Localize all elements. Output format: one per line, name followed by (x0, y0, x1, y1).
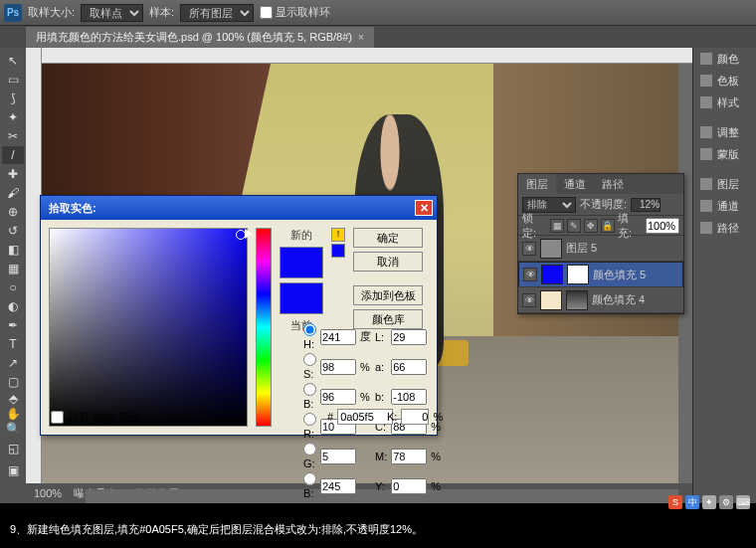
websafe-warning-icon[interactable] (331, 244, 345, 258)
mask-thumb (567, 265, 589, 284)
visibility-icon[interactable]: 👁 (522, 293, 536, 307)
panel-layers[interactable]: 图层 (693, 173, 756, 195)
tray: S 中 ✦ ⚙ ⌨ (668, 494, 750, 510)
lock-pos-icon[interactable]: ✥ (584, 219, 598, 233)
tray-icon[interactable]: S (668, 495, 682, 509)
g-radio[interactable]: G: (303, 443, 316, 469)
bb-input[interactable] (320, 478, 356, 494)
type-tool-icon[interactable]: T (2, 335, 24, 353)
bb-radio[interactable]: B: (303, 472, 316, 499)
panel-swatches[interactable]: 色板 (693, 70, 756, 91)
shape-tool-icon[interactable]: ▢ (2, 373, 24, 391)
tab-paths[interactable]: 路径 (594, 174, 632, 194)
a-input[interactable] (391, 359, 427, 375)
hue-slider[interactable] (256, 228, 272, 427)
move-tool-icon[interactable]: ↖ (2, 52, 24, 70)
hex-label: # (327, 411, 333, 423)
close-icon[interactable]: × (358, 32, 364, 43)
lock-all-icon[interactable]: 🔒 (601, 219, 615, 233)
crop-tool-icon[interactable]: ✂ (2, 127, 24, 145)
m-input[interactable] (391, 449, 427, 464)
h-input[interactable] (320, 329, 356, 345)
tray-icon[interactable]: 中 (685, 495, 699, 509)
lock-trans-icon[interactable]: ▦ (550, 219, 564, 233)
document-tabs: 用填充颜色的方法给美女调色.psd @ 100% (颜色填充 5, RGB/8#… (0, 26, 756, 48)
gamut-warning-icon[interactable]: ! (331, 228, 345, 242)
panel-adjust[interactable]: 调整 (693, 121, 756, 143)
s-input[interactable] (320, 359, 356, 375)
saturation-value-field[interactable] (49, 228, 248, 427)
hex-input[interactable] (337, 409, 393, 425)
marquee-tool-icon[interactable]: ▭ (2, 71, 24, 89)
lab-b-input[interactable] (391, 389, 427, 405)
layer-row[interactable]: 👁 颜色填充 4 (518, 287, 683, 313)
l-input[interactable] (391, 329, 427, 345)
tab-channels[interactable]: 通道 (556, 174, 594, 194)
h-radio[interactable]: H: (303, 323, 316, 350)
zoom-level[interactable]: 100% (34, 487, 62, 499)
caption-text: 9、新建纯色填充图层,填充#0A05F5,确定后把图层混合模式改为:排除,不透明… (10, 522, 423, 537)
gradient-tool-icon[interactable]: ▦ (2, 260, 24, 277)
layer-row[interactable]: 👁 图层 5 (518, 236, 683, 262)
stamp-tool-icon[interactable]: ⊕ (2, 203, 24, 221)
history-brush-icon[interactable]: ↺ (2, 222, 24, 240)
sample-size-label: 取样大小: (28, 5, 75, 20)
ok-button[interactable]: 确定 (353, 228, 423, 248)
b-input[interactable] (320, 389, 356, 405)
show-ring-checkbox[interactable]: 显示取样环 (260, 5, 330, 20)
add-swatch-button[interactable]: 添加到色板 (353, 285, 423, 305)
panel-paths[interactable]: 路径 (693, 217, 756, 239)
panel-mask[interactable]: 蒙版 (693, 143, 756, 165)
s-radio[interactable]: S: (303, 353, 316, 380)
tutorial-caption: 9、新建纯色填充图层,填充#0A05F5,确定后把图层混合模式改为:排除,不透明… (0, 510, 756, 548)
panel-styles[interactable]: 样式 (693, 91, 756, 113)
eyedropper-tool-icon[interactable]: Ps (4, 4, 22, 22)
tray-icon[interactable]: ⌨ (736, 495, 750, 509)
r-radio[interactable]: R: (303, 413, 316, 440)
lasso-tool-icon[interactable]: ⟆ (2, 90, 24, 107)
channels-icon (699, 199, 713, 213)
path-tool-icon[interactable]: ↗ (2, 354, 24, 372)
a-label: a: (375, 361, 387, 373)
tray-icon[interactable]: ✦ (702, 495, 716, 509)
heal-tool-icon[interactable]: ✚ (2, 165, 24, 183)
g-input[interactable] (320, 449, 356, 464)
blur-tool-icon[interactable]: ○ (2, 278, 24, 296)
hand-tool-icon[interactable]: ✋ (2, 407, 24, 421)
dodge-tool-icon[interactable]: ◐ (2, 297, 24, 315)
panel-channels[interactable]: 通道 (693, 195, 756, 217)
lock-pixel-icon[interactable]: ✎ (567, 219, 581, 233)
visibility-icon[interactable]: 👁 (522, 242, 536, 256)
panel-color[interactable]: 颜色 (693, 48, 756, 70)
sample-size-select[interactable]: 取样点 (81, 4, 143, 22)
layer-row[interactable]: 👁 颜色填充 5 (518, 262, 683, 287)
toolbox: ↖ ▭ ⟆ ✦ ✂ / ✚ 🖌 ⊕ ↺ ◧ ▦ ○ ◐ ✒ T ↗ ▢ ⬘ ✋ … (0, 48, 26, 503)
tab-layers[interactable]: 图层 (518, 174, 556, 194)
cancel-button[interactable]: 取消 (353, 252, 423, 272)
right-dock: 颜色 色板 样式 调整 蒙版 图层 通道 路径 (692, 48, 756, 503)
document-title: 用填充颜色的方法给美女调色.psd @ 100% (颜色填充 5, RGB/8#… (36, 30, 352, 45)
color-swap-icon[interactable]: ◱ (2, 437, 24, 460)
fill-input[interactable] (646, 218, 679, 234)
eraser-tool-icon[interactable]: ◧ (2, 241, 24, 259)
sample-select[interactable]: 所有图层 (180, 4, 254, 22)
close-button[interactable]: ✕ (415, 200, 433, 216)
b-radio[interactable]: B: (303, 383, 316, 410)
ruler-horizontal[interactable] (42, 48, 692, 64)
y-input[interactable] (391, 478, 427, 494)
document-tab[interactable]: 用填充颜色的方法给美女调色.psd @ 100% (颜色填充 5, RGB/8#… (26, 27, 374, 48)
brush-tool-icon[interactable]: 🖌 (2, 184, 24, 202)
opacity-input[interactable] (631, 198, 661, 212)
k-label: K: (387, 411, 397, 423)
wand-tool-icon[interactable]: ✦ (2, 108, 24, 126)
zoom-tool-icon[interactable]: 🔍 (2, 422, 24, 436)
eyedropper-tool-icon[interactable]: / (2, 146, 24, 164)
visibility-icon[interactable]: 👁 (523, 268, 537, 281)
adjust-icon (699, 125, 713, 139)
pen-tool-icon[interactable]: ✒ (2, 316, 24, 334)
web-only-checkbox[interactable]: 只有 Web 颜色 (51, 410, 140, 425)
tray-icon[interactable]: ⚙ (719, 495, 733, 509)
k-input[interactable] (401, 409, 429, 425)
3d-tool-icon[interactable]: ⬘ (2, 392, 24, 406)
quickmask-icon[interactable]: ▣ (2, 461, 24, 479)
